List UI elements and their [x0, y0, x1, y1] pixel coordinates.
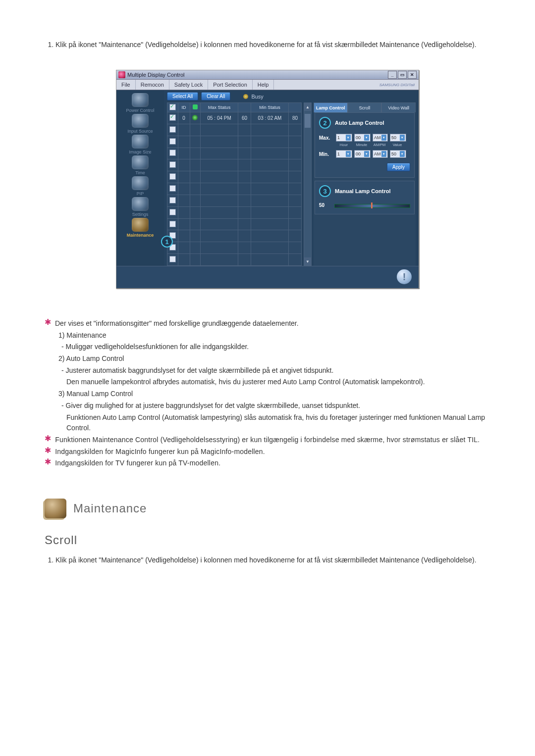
- display-grid: ID Max Status Min Status 005 : 04 PM6003…: [167, 102, 302, 266]
- star-icon: ✱: [45, 447, 51, 454]
- slider-knob[interactable]: [371, 202, 373, 208]
- cell-min-val: [288, 195, 301, 206]
- col-max-val[interactable]: [238, 103, 251, 112]
- sidebar-item-time[interactable]: Time: [119, 155, 161, 175]
- cell-min-val: [288, 230, 301, 242]
- max-hour-select[interactable]: 1▾: [336, 134, 352, 142]
- manual-lamp-panel: 3 Manual Lamp Control 50: [315, 181, 415, 214]
- cell-id: [178, 159, 190, 171]
- row-checkbox[interactable]: [169, 221, 176, 227]
- cell-min-status: [251, 148, 289, 159]
- cell-min-status: [251, 206, 289, 218]
- window-title: Multiple Display Control: [127, 72, 185, 78]
- table-row[interactable]: [167, 206, 302, 218]
- scroll-up[interactable]: ▲: [304, 103, 311, 111]
- col-max-status[interactable]: Max Status: [201, 103, 238, 112]
- col-min-val[interactable]: [288, 103, 301, 112]
- tab-video-wall[interactable]: Video Wall: [381, 102, 416, 112]
- min-val-select[interactable]: 50▾: [390, 150, 406, 158]
- col-check[interactable]: [167, 103, 178, 112]
- table-row[interactable]: [167, 242, 302, 254]
- row-checkbox[interactable]: [169, 150, 176, 156]
- close-button[interactable]: ✕: [408, 71, 417, 79]
- row-checkbox[interactable]: [169, 173, 176, 180]
- tab-scroll[interactable]: Scroll: [348, 102, 382, 112]
- sidebar-label: Time: [119, 170, 161, 175]
- table-row[interactable]: [167, 254, 302, 266]
- sidebar: Power Control Input Source Image Size Ti…: [116, 90, 164, 266]
- sidebar-item-input-source[interactable]: Input Source: [119, 114, 161, 134]
- max-val-select[interactable]: 50▾: [390, 134, 406, 142]
- sidebar-label: Image Size: [119, 150, 161, 154]
- row-checkbox[interactable]: [169, 197, 176, 203]
- section-head: Maintenance: [45, 499, 490, 518]
- time-icon: [132, 155, 149, 169]
- sidebar-item-image-size[interactable]: Image Size: [119, 135, 161, 154]
- cell-min-status: [251, 254, 289, 266]
- row-checkbox[interactable]: [169, 138, 176, 145]
- min-ampm-select[interactable]: AM▾: [373, 150, 388, 158]
- toolbar: Select All Clear All Busy: [167, 92, 416, 101]
- table-row[interactable]: [167, 136, 302, 148]
- table-row[interactable]: [167, 124, 302, 136]
- table-row[interactable]: [167, 218, 302, 230]
- sidebar-item-power-control[interactable]: Power Control: [119, 93, 161, 113]
- maintenance-section-icon: [45, 499, 66, 518]
- row-checkbox[interactable]: [169, 209, 176, 215]
- cell-max-val: [238, 242, 251, 254]
- clear-all-button[interactable]: Clear All: [201, 92, 230, 101]
- menu-remocon[interactable]: Remocon: [136, 80, 169, 90]
- cell-max-status: [201, 230, 238, 242]
- title-bar[interactable]: Multiple Display Control _ ▭ ✕: [116, 70, 419, 80]
- min-hour-select[interactable]: 1▾: [336, 150, 352, 158]
- row-checkbox[interactable]: [169, 126, 176, 133]
- table-row[interactable]: [167, 195, 302, 206]
- apply-button[interactable]: Apply: [387, 163, 410, 171]
- max-ampm-select[interactable]: AM▾: [373, 134, 388, 142]
- table-row[interactable]: [167, 171, 302, 183]
- cell-max-status: [201, 171, 238, 183]
- menu-port-selection[interactable]: Port Selection: [208, 80, 252, 90]
- col-power[interactable]: [190, 103, 201, 112]
- maximize-button[interactable]: ▭: [398, 71, 407, 79]
- grid-scrollbar[interactable]: ▲ ▼: [304, 102, 312, 266]
- cell-max-val: 60: [238, 112, 251, 124]
- callout-1: 1: [161, 236, 173, 248]
- cell-min-val: 80: [288, 112, 301, 124]
- min-min-select[interactable]: 00▾: [354, 150, 371, 158]
- table-row[interactable]: [167, 159, 302, 171]
- select-all-button[interactable]: Select All: [167, 92, 198, 101]
- manual-lamp-slider[interactable]: [334, 204, 410, 208]
- item-3-body2: Funktionen Auto Lamp Control (Automatisk…: [45, 412, 490, 434]
- menu-safety-lock[interactable]: Safety Lock: [169, 80, 208, 90]
- cell-min-val: [288, 159, 301, 171]
- scroll-thumb[interactable]: [305, 114, 311, 128]
- row-checkbox[interactable]: [169, 256, 176, 262]
- row-checkbox[interactable]: [169, 161, 176, 168]
- table-row[interactable]: [167, 230, 302, 242]
- cell-id: [178, 206, 190, 218]
- menu-help[interactable]: Help: [253, 80, 274, 90]
- row-checkbox[interactable]: [169, 185, 176, 192]
- cell-max-status: 05 : 04 PM: [201, 112, 238, 124]
- min-label: Min.: [319, 151, 334, 157]
- minimize-button[interactable]: _: [388, 71, 397, 79]
- table-row[interactable]: [167, 148, 302, 159]
- max-min-select[interactable]: 00▾: [354, 134, 371, 142]
- cell-id: [178, 195, 190, 206]
- cell-min-status: [251, 136, 289, 148]
- table-row[interactable]: [167, 183, 302, 195]
- cell-max-status: [201, 218, 238, 230]
- col-min-status[interactable]: Min Status: [251, 103, 289, 112]
- tab-lamp-control[interactable]: Lamp Control: [314, 102, 348, 112]
- cell-max-status: [201, 136, 238, 148]
- table-row[interactable]: 005 : 04 PM6003 : 02 AM80: [167, 112, 302, 124]
- row-checkbox[interactable]: [169, 114, 176, 121]
- sidebar-item-pip[interactable]: PIP: [119, 176, 161, 196]
- col-id[interactable]: ID: [178, 103, 190, 112]
- settings-icon: [132, 197, 149, 211]
- sidebar-item-maintenance[interactable]: Maintenance: [119, 218, 161, 238]
- scroll-down[interactable]: ▼: [304, 257, 311, 265]
- menu-file[interactable]: File: [116, 80, 136, 90]
- sidebar-item-settings[interactable]: Settings: [119, 197, 161, 217]
